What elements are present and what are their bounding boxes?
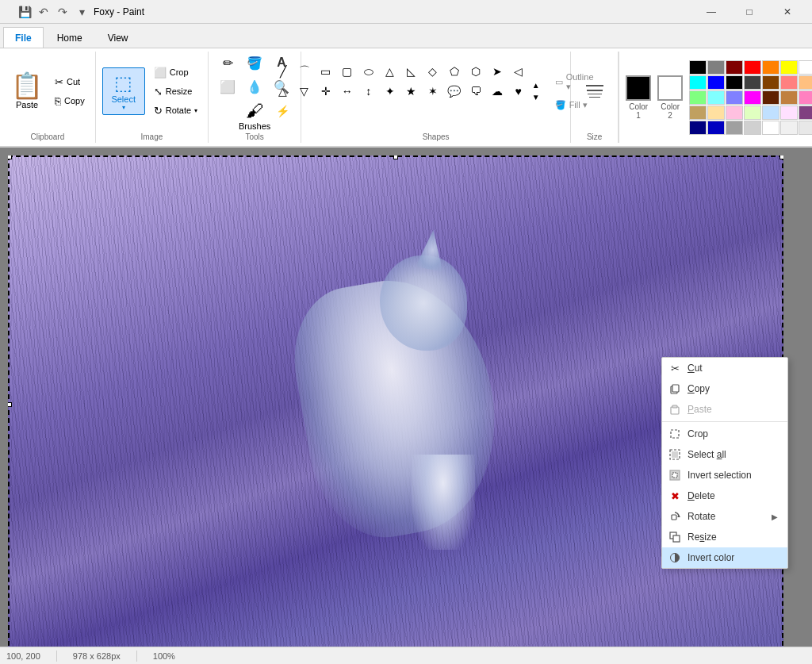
canvas-area[interactable]: ✂ Cut Copy [0,148,812,647]
roundedcallout-shape[interactable]: 💬 [444,82,465,101]
pencil-tool[interactable]: ✏ [215,52,240,74]
color-cell-24[interactable] [762,90,779,105]
color2-button[interactable]: Color 2 [657,75,683,120]
right-triangle-shape[interactable]: ◺ [401,62,422,81]
color-cell-34[interactable] [762,106,779,120]
color-cell-15[interactable] [780,75,798,90]
curve-shape[interactable]: ⌒ [294,62,315,81]
color-cell-0[interactable] [689,60,707,75]
tab-file[interactable]: File [3,27,44,48]
color-cell-6[interactable] [799,60,812,75]
star4-shape[interactable]: ✦ [380,82,400,101]
window-controls: — □ ✕ [693,0,806,24]
select-button[interactable]: ⬚ Select ▾ [102,67,145,115]
ctx-cut[interactable]: ✂ Cut [662,358,787,378]
color-cell-22[interactable] [726,90,743,105]
shapes-scroll-down[interactable]: ▼ [530,91,542,103]
color-cell-32[interactable] [726,106,743,120]
ctx-delete[interactable]: ✖ Delete [662,486,787,506]
paste-button[interactable]: 📋 Paste [6,52,48,131]
color-cell-10[interactable] [689,75,707,90]
ctx-invert-selection[interactable]: Invert selection [662,465,787,486]
ctx-select-all[interactable]: Select all [662,444,787,465]
crop-button[interactable]: ⬜ Crop [150,63,201,81]
color-picker-tool[interactable]: 💧 [242,75,267,98]
diamond-shape[interactable]: ◇ [423,62,443,81]
line-shape[interactable]: ╱ [273,62,293,81]
color-cell-40[interactable] [689,121,707,135]
leftright-arrow-shape[interactable]: ↔ [337,82,358,101]
star5-shape[interactable]: ★ [401,82,422,101]
rounded-rect-shape[interactable]: ▢ [337,62,358,81]
down-arrow-shape[interactable]: ▽ [294,82,315,101]
color1-button[interactable]: Color 1 [626,75,651,120]
rect-shape[interactable]: ▭ [316,62,336,81]
redo-button[interactable]: ↷ [54,3,71,21]
left-arrow-shape[interactable]: ◁ [508,62,529,81]
close-button[interactable]: ✕ [769,0,806,24]
callout-shape[interactable]: 🗨 [465,82,486,101]
undo-button[interactable]: ↶ [35,3,52,21]
color-cell-43[interactable] [744,121,761,135]
right-arrow-shape[interactable]: ➤ [487,62,508,81]
context-menu: ✂ Cut Copy [661,357,788,569]
color-cell-20[interactable] [689,90,707,105]
color-cell-25[interactable] [780,90,798,105]
ctx-resize[interactable]: Resize [662,527,787,547]
triangle-shape[interactable]: △ [380,62,400,81]
color-cell-13[interactable] [744,75,761,90]
eraser-tool[interactable]: ⬜ [215,75,240,98]
color-cell-35[interactable] [780,106,798,120]
tab-view[interactable]: View [96,27,140,48]
resize-button[interactable]: ⤡ Resize [150,83,201,100]
ctx-crop[interactable]: Crop [662,424,787,444]
color-cell-44[interactable] [762,121,779,135]
ctx-invert-color[interactable]: Invert color [662,547,787,568]
color-cell-26[interactable] [799,90,812,105]
size-button[interactable] [586,85,603,98]
color-cell-45[interactable] [780,121,798,135]
color-cell-3[interactable] [744,60,761,75]
ellipse-shape[interactable]: ⬭ [358,62,379,81]
copy-button[interactable]: ⎘ Copy [51,92,89,109]
rotate-button[interactable]: ↻ Rotate ▾ [150,102,201,119]
ctx-rotate[interactable]: Rotate ▶ [662,506,787,527]
color-cell-36[interactable] [799,106,812,120]
color-cell-46[interactable] [799,121,812,135]
pentagon-shape[interactable]: ⬠ [444,62,465,81]
color-cell-33[interactable] [744,106,761,120]
ctx-copy[interactable]: Copy [662,378,787,399]
color-cell-16[interactable] [799,75,812,90]
color-cell-5[interactable] [780,60,798,75]
up-arrow-shape[interactable]: △ [273,82,293,101]
color-cell-4[interactable] [762,60,779,75]
color-cell-1[interactable] [707,60,725,75]
cloud-shape[interactable]: ☁ [487,82,508,101]
color-cell-23[interactable] [744,90,761,105]
fourway-arrow-shape[interactable]: ✛ [316,82,336,101]
color-cell-41[interactable] [707,121,725,135]
color-cell-42[interactable] [726,121,743,135]
size-line-xtra [589,97,600,98]
lightning-shape[interactable]: ⚡ [273,102,293,121]
cut-button[interactable]: ✂ Cut [51,73,89,90]
shapes-scroll-up[interactable]: ▲ [530,79,542,91]
fill-tool[interactable]: 🪣 [242,52,267,74]
color-cell-30[interactable] [689,106,707,120]
color-cell-14[interactable] [762,75,779,90]
heart-shape[interactable]: ♥ [508,82,529,101]
color-cell-12[interactable] [726,75,743,90]
star6-shape[interactable]: ✶ [423,82,443,101]
minimize-button[interactable]: — [693,0,730,24]
color-cell-21[interactable] [707,90,725,105]
color-cell-31[interactable] [707,106,725,120]
save-button[interactable]: 💾 [16,3,33,21]
tab-home[interactable]: Home [45,27,94,48]
maximize-button[interactable]: □ [731,0,768,24]
updown-arrow-shape[interactable]: ↕ [358,82,379,101]
hexagon-shape[interactable]: ⬡ [465,62,486,81]
brushes-button[interactable]: 🖌 Brushes [239,101,270,131]
color-cell-2[interactable] [726,60,743,75]
color-cell-11[interactable] [707,75,725,90]
customize-quick-access-button[interactable]: ▾ [73,3,90,21]
